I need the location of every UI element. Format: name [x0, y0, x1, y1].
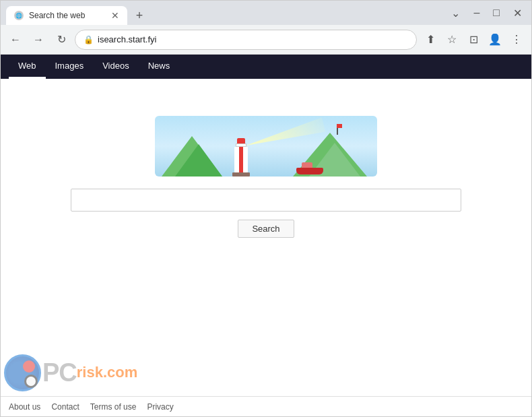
toolbar-actions: ⬆ ☆ ⊡ 👤 ⋮ [421, 30, 526, 49]
search-input[interactable] [71, 189, 461, 212]
page-content: Search About us Contact Terms of use Pri… [1, 79, 531, 416]
site-nav-item-images[interactable]: Images [46, 55, 94, 79]
flag-pole [337, 128, 338, 135]
hero-image [155, 116, 377, 177]
watermark-overlay: PC risk.com [1, 349, 196, 396]
flag [337, 124, 342, 135]
tab-title: Search the web [29, 11, 106, 20]
magnifier-icon [24, 375, 38, 388]
menu-icon[interactable]: ⋮ [507, 30, 526, 49]
new-tab-button[interactable]: + [130, 6, 149, 25]
bookmark-icon[interactable]: ☆ [442, 30, 461, 49]
share-icon[interactable]: ⬆ [421, 30, 440, 49]
profile-icon[interactable]: 👤 [486, 30, 504, 49]
mountain-left-front [175, 144, 222, 177]
pcrisk-logo-icon [4, 354, 41, 391]
lighthouse [232, 138, 250, 177]
site-nav-item-videos[interactable]: Videos [93, 55, 139, 79]
lighthouse-base [232, 172, 250, 177]
url-text: isearch.start.fyi [98, 34, 408, 44]
minimize-button[interactable]: – [469, 5, 484, 20]
chevron-down-icon[interactable]: ⌄ [447, 5, 464, 21]
title-bar: 🌐 Search the web ✕ + ⌄ – □ ✕ [1, 1, 531, 25]
search-area: Search [71, 189, 461, 238]
watermark-pc-text: PC [42, 358, 77, 387]
address-bar[interactable]: 🔒 isearch.start.fyi [75, 30, 417, 50]
forward-button[interactable]: → [29, 30, 48, 49]
boat-cabin [302, 162, 312, 168]
site-nav-item-web[interactable]: Web [9, 55, 46, 79]
search-button[interactable]: Search [238, 220, 294, 238]
footer-link-contact[interactable]: Contact [51, 402, 79, 412]
site-nav-bar: Web Images Videos News [1, 55, 531, 79]
close-button[interactable]: ✕ [509, 5, 526, 21]
lighthouse-top [237, 138, 245, 143]
window-controls: ⌄ – □ ✕ [447, 5, 526, 21]
browser-toolbar: ← → ↻ 🔒 isearch.start.fyi ⬆ ☆ ⊡ 👤 ⋮ [1, 25, 531, 55]
back-button[interactable]: ← [6, 30, 25, 49]
site-nav-item-news[interactable]: News [139, 55, 180, 79]
reload-button[interactable]: ↻ [52, 30, 71, 49]
footer-link-privacy[interactable]: Privacy [147, 402, 173, 412]
tab-close-button[interactable]: ✕ [111, 11, 119, 20]
footer-link-about[interactable]: About us [9, 402, 40, 412]
maximize-button[interactable]: □ [489, 5, 504, 20]
browser-tab[interactable]: 🌐 Search the web ✕ [6, 6, 127, 25]
watermark-domain-text: risk.com [77, 364, 138, 381]
tab-bar: 🌐 Search the web ✕ + [6, 1, 442, 25]
boat-body [296, 168, 323, 174]
browser-frame: 🌐 Search the web ✕ + ⌄ – □ ✕ ← → ↻ 🔒 ise… [0, 0, 532, 417]
reading-mode-icon[interactable]: ⊡ [464, 30, 483, 49]
footer: About us Contact Terms of use Privacy [1, 396, 531, 416]
boat [296, 168, 323, 174]
tab-favicon: 🌐 [14, 11, 24, 20]
lighthouse-body [234, 147, 248, 172]
footer-link-terms[interactable]: Terms of use [90, 402, 137, 412]
lock-icon: 🔒 [84, 35, 94, 44]
